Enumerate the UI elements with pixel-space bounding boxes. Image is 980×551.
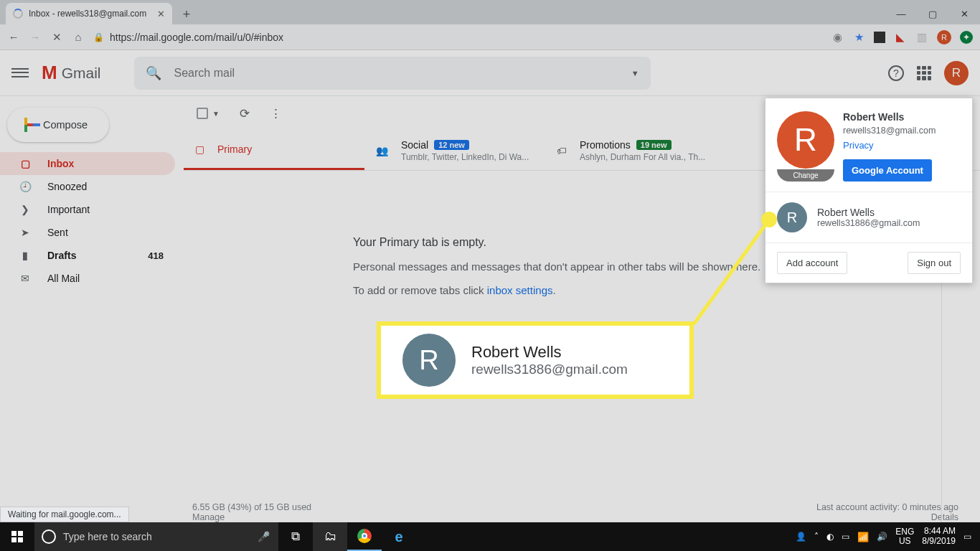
task-view-icon[interactable]: ⧉ xyxy=(278,522,313,551)
taskbar-clock[interactable]: 8:44 AM 8/9/2019 xyxy=(922,527,956,547)
wifi-icon[interactable]: 📶 xyxy=(857,532,869,542)
callout-email: rewells31886@gmail.com xyxy=(471,362,628,377)
svg-line-0 xyxy=(694,220,769,324)
volume-icon[interactable]: 🔊 xyxy=(877,532,887,542)
taskbar-search[interactable]: Type here to search 🎤 xyxy=(34,522,278,551)
chrome-taskbar-icon[interactable] xyxy=(347,522,382,551)
edge-taskbar-icon[interactable]: e xyxy=(382,522,416,551)
callout-avatar: R xyxy=(402,334,456,387)
tray-caret-icon[interactable]: ˄ xyxy=(814,532,819,542)
tray-app-icon[interactable]: ◐ xyxy=(826,532,834,542)
callout-name: Robert Wells xyxy=(471,343,628,362)
annotation-line xyxy=(0,0,980,551)
people-icon[interactable]: 👤 xyxy=(796,532,806,542)
annotation-dot xyxy=(761,212,777,227)
clock-time: 8:44 AM xyxy=(922,527,956,537)
svg-rect-4 xyxy=(18,537,23,542)
notifications-icon[interactable]: ▭ xyxy=(963,532,971,542)
windows-taskbar: Type here to search 🎤 ⧉ 🗂 e 👤 ˄ ◐ ▭ 📶 🔊 … xyxy=(0,522,980,551)
avatar-initial: R xyxy=(419,345,438,376)
taskbar-search-placeholder: Type here to search xyxy=(63,531,152,542)
lang-line2: US xyxy=(895,537,914,546)
start-button[interactable] xyxy=(0,531,34,542)
mic-icon[interactable]: 🎤 xyxy=(258,531,270,542)
cortana-icon xyxy=(42,529,56,544)
file-explorer-icon[interactable]: 🗂 xyxy=(313,522,347,551)
windows-icon xyxy=(11,531,23,542)
svg-rect-3 xyxy=(11,537,17,542)
language-indicator[interactable]: ENG US xyxy=(895,527,914,546)
system-tray: 👤 ˄ ◐ ▭ 📶 🔊 ENG US 8:44 AM 8/9/2019 ▭ xyxy=(796,527,980,547)
battery-icon[interactable]: ▭ xyxy=(842,532,849,542)
clock-date: 8/9/2019 xyxy=(922,537,956,547)
svg-rect-1 xyxy=(11,531,17,536)
annotation-callout: R Robert Wells rewells31886@gmail.com xyxy=(377,321,694,399)
svg-rect-2 xyxy=(18,531,23,536)
